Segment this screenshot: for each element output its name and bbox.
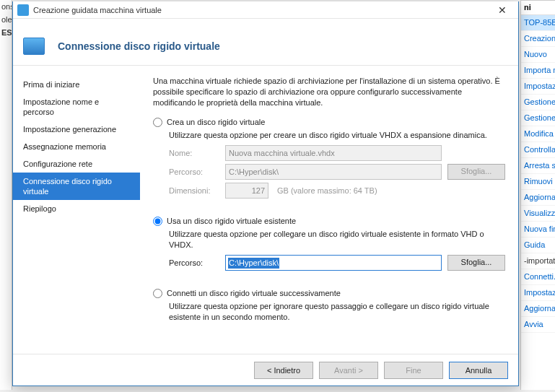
actions-item[interactable]: Importa n (521, 63, 555, 79)
nav-step[interactable]: Assegnazione memoria (13, 138, 140, 155)
radio-existing-label: Usa un disco rigido virtuale esistente (167, 216, 296, 227)
create-name-label: Nome: (169, 148, 219, 159)
actions-item[interactable]: Controlla (521, 142, 555, 158)
nav-step[interactable]: Prima di iniziare (13, 76, 140, 93)
actions-item[interactable]: Nuova fin (521, 222, 555, 238)
option-create[interactable]: Crea un disco rigido virtuale (153, 117, 505, 128)
actions-item[interactable]: Visualizza (521, 206, 555, 222)
existing-browse-button[interactable]: Sfoglia... (447, 255, 505, 271)
window-title: Creazione guidata macchina virtuale (33, 6, 488, 14)
actions-item[interactable]: Avvia (521, 317, 555, 333)
wizard-footer: < Indietro Avanti > Fine Annulla (13, 354, 518, 386)
later-desc: Utilizzare questa opzione per ignorare q… (169, 301, 505, 323)
existing-desc: Utilizzare questa opzione per collegare … (169, 229, 505, 251)
create-size-unit: GB (valore massimo: 64 TB) (277, 186, 377, 196)
close-button[interactable]: ✕ (488, 2, 517, 18)
option-existing[interactable]: Usa un disco rigido virtuale esistente (153, 216, 505, 227)
wizard-icon (17, 4, 29, 16)
actions-item[interactable]: Gestione (521, 95, 555, 110)
create-path-label: Percorso: (169, 167, 219, 178)
actions-item[interactable]: -importat (521, 253, 555, 269)
radio-later-label: Connetti un disco rigido virtuale succes… (167, 288, 341, 299)
actions-item[interactable]: Rimuovi s (521, 174, 555, 190)
existing-path-input[interactable]: C:\Hyper\disk\ (225, 255, 442, 271)
finish-button: Fine (384, 362, 443, 379)
wizard-content: Una macchina virtuale richiede spazio di… (140, 66, 518, 354)
actions-item[interactable]: Connetti. (521, 269, 555, 285)
option-later[interactable]: Connetti un disco rigido virtuale succes… (153, 288, 505, 299)
actions-item[interactable]: Impostazi (521, 285, 555, 301)
back-button[interactable]: < Indietro (254, 362, 313, 379)
nav-step[interactable]: Connessione disco rigido virtuale (13, 173, 140, 200)
create-size-label: Dimensioni: (169, 186, 219, 196)
actions-item[interactable]: Arresta se (521, 158, 555, 174)
create-size-input (225, 183, 268, 199)
create-browse-button: Sfoglia... (447, 164, 505, 180)
create-desc: Utilizzare questa opzione per creare un … (169, 130, 505, 141)
create-path-input (225, 164, 442, 180)
actions-item[interactable]: Modifica (521, 126, 555, 142)
background-left-panel: ons ole ESK (0, 0, 12, 390)
radio-existing[interactable] (153, 217, 162, 226)
radio-later[interactable] (153, 289, 162, 298)
page-icon (23, 38, 45, 55)
actions-item[interactable]: Gestione (521, 110, 555, 126)
radio-create-label: Crea un disco rigido virtuale (167, 117, 265, 128)
actions-item[interactable]: Aggiorna (521, 190, 555, 206)
nav-step[interactable]: Riepilogo (13, 200, 140, 217)
nav-step[interactable]: Impostazione generazione (13, 121, 140, 138)
radio-create[interactable] (153, 118, 162, 127)
page-title: Connessione disco rigido virtuale (58, 40, 220, 52)
wizard-header: Connessione disco rigido virtuale (13, 19, 518, 65)
nav-step[interactable]: Impostazione nome e percorso (13, 93, 140, 121)
nav-step[interactable]: Configurazione rete (13, 155, 140, 173)
actions-item[interactable]: Nuovo (521, 47, 555, 63)
actions-item[interactable]: TOP-85B (521, 15, 555, 31)
create-name-input (225, 145, 442, 161)
actions-item[interactable]: Impostazi (521, 79, 555, 95)
next-button: Avanti > (319, 362, 378, 379)
actions-item[interactable]: Aggiorna (521, 301, 555, 317)
actions-header: ni (521, 1, 555, 15)
actions-item[interactable]: Creazion (521, 31, 555, 47)
existing-path-label: Percorso: (169, 258, 219, 269)
actions-item[interactable]: Guida (521, 238, 555, 253)
titlebar: Creazione guidata macchina virtuale ✕ (13, 1, 518, 19)
background-actions-panel: ni TOP-85BCreazionNuovoImporta nImpostaz… (520, 0, 555, 390)
wizard-nav: Prima di iniziareImpostazione nome e per… (13, 66, 140, 354)
intro-text: Una macchina virtuale richiede spazio di… (153, 76, 505, 108)
wizard-dialog: Creazione guidata macchina virtuale ✕ Co… (12, 1, 519, 386)
cancel-button[interactable]: Annulla (449, 362, 508, 379)
